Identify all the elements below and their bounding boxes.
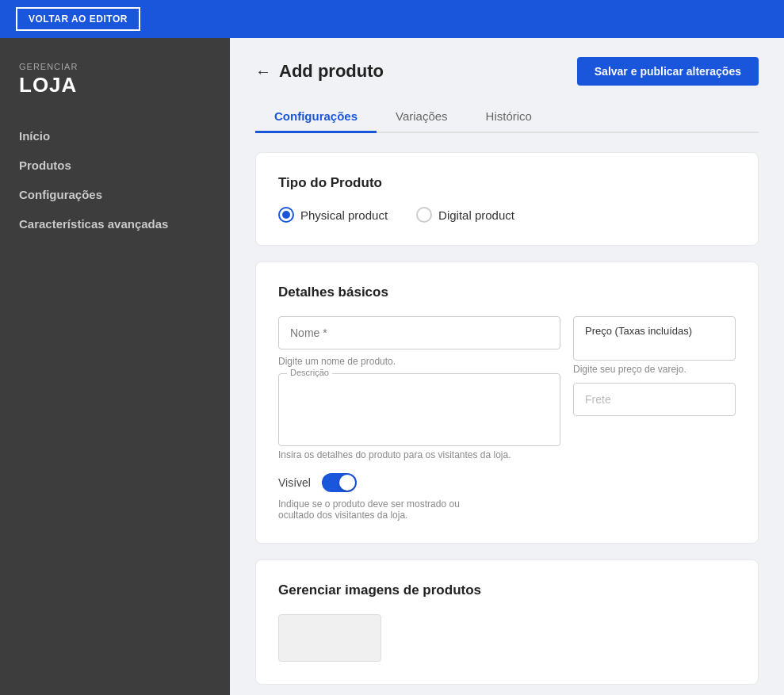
tabs-container: Configurações Variações Histórico [255, 101, 759, 133]
sidebar-item-inicio[interactable]: Início [19, 121, 211, 151]
radio-digital-label: Digital product [438, 208, 514, 222]
toggle-knob [339, 475, 355, 491]
images-card: Gerenciar imagens de produtos [255, 559, 759, 685]
content-area: ← Add produto Salvar e publicar alteraçõ… [230, 38, 784, 695]
name-helper: Digite um nome de produto. [278, 356, 560, 367]
frete-input[interactable] [573, 383, 736, 416]
description-legend: Descrição [287, 368, 332, 377]
save-publish-button[interactable]: Salvar e publicar alterações [577, 57, 759, 86]
product-type-card: Tipo do Produto Physical product Digital… [255, 152, 759, 246]
details-row: Digite um nome de produto. Descrição Ins… [278, 316, 736, 521]
main-layout: GERENCIAR LOJA Início Produtos Configura… [0, 38, 784, 695]
tab-variacoes[interactable]: Variações [377, 101, 467, 133]
images-placeholder-row [278, 614, 736, 662]
description-fieldset: Descrição [278, 373, 560, 446]
basic-details-card: Detalhes básicos Digite um nome de produ… [255, 262, 759, 544]
top-bar: VOLTAR AO EDITOR [0, 0, 784, 38]
price-input-group: Preço (Taxas incluídas) Digite seu preço… [573, 316, 736, 375]
product-name-input[interactable] [278, 316, 560, 349]
radio-physical-product[interactable]: Physical product [278, 207, 388, 223]
price-box-label: Preço (Taxas incluídas) [585, 325, 724, 337]
radio-physical-circle [278, 207, 294, 223]
sidebar: GERENCIAR LOJA Início Produtos Configura… [0, 38, 230, 695]
product-type-options: Physical product Digital product [278, 207, 736, 223]
tab-historico[interactable]: Histórico [467, 101, 551, 133]
radio-digital-circle [416, 207, 432, 223]
tab-configuracoes[interactable]: Configurações [255, 101, 377, 133]
sidebar-item-avancadas[interactable]: Características avançadas [19, 209, 211, 239]
price-box: Preço (Taxas incluídas) [573, 316, 736, 361]
content-header: ← Add produto Salvar e publicar alteraçõ… [255, 57, 759, 86]
back-arrow-icon[interactable]: ← [255, 63, 271, 81]
price-helper: Digite seu preço de varejo. [573, 364, 736, 375]
manage-label: GERENCIAR [19, 62, 211, 71]
image-placeholder [278, 614, 381, 662]
back-to-editor-button[interactable]: VOLTAR AO EDITOR [16, 7, 140, 31]
visible-row: Visível [278, 473, 560, 492]
radio-physical-label: Physical product [300, 208, 388, 222]
details-right: Preço (Taxas incluídas) Digite seu preço… [573, 316, 736, 521]
images-card-title: Gerenciar imagens de produtos [278, 582, 736, 598]
page-title: Add produto [279, 61, 384, 82]
visible-hint: Indique se o produto deve ser mostrado o… [278, 498, 484, 521]
sidebar-item-produtos[interactable]: Produtos [19, 151, 211, 180]
product-type-title: Tipo do Produto [278, 175, 736, 191]
sidebar-item-configuracoes[interactable]: Configurações [19, 180, 211, 209]
description-helper: Insira os detalhes do produto para os vi… [278, 449, 560, 460]
store-label: LOJA [19, 73, 211, 97]
frete-input-group [573, 383, 736, 416]
radio-digital-product[interactable]: Digital product [416, 207, 514, 223]
visible-label: Visível [278, 476, 311, 489]
content-header-left: ← Add produto [255, 61, 384, 82]
details-left: Digite um nome de produto. Descrição Ins… [278, 316, 560, 521]
sidebar-nav: Início Produtos Configurações Caracterís… [19, 121, 211, 239]
basic-details-title: Detalhes básicos [278, 284, 736, 300]
visible-toggle[interactable] [322, 473, 357, 492]
description-textarea[interactable] [289, 380, 550, 436]
